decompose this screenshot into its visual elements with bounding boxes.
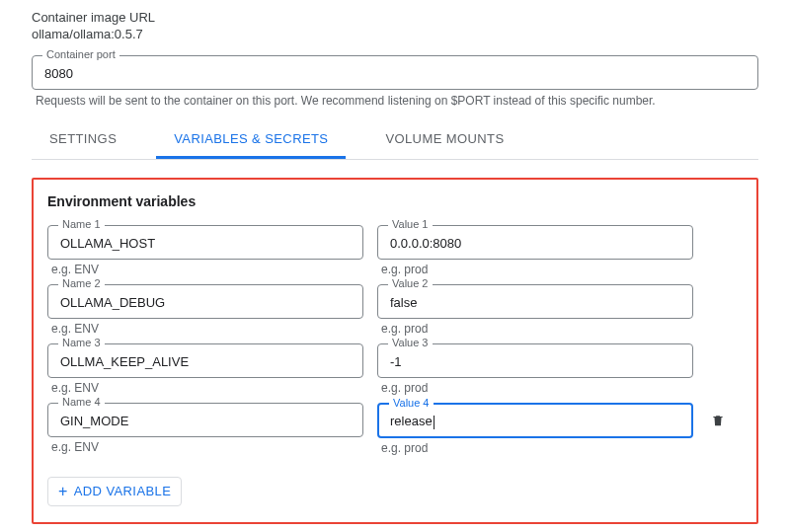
tab-settings[interactable]: SETTINGS [32,121,134,159]
plus-icon: + [58,484,68,499]
env-value-hint: e.g. prod [381,441,693,455]
environment-variables-section: Environment variables Name 1 OLLAMA_HOST… [32,178,758,524]
env-var-row: Name 4 GIN_MODE e.g. ENV Value 4 release… [47,403,743,461]
container-port-helper: Requests will be sent to the container o… [36,94,758,108]
env-value-label: Value 4 [389,397,434,409]
tab-volume-mounts[interactable]: VOLUME MOUNTS [367,121,521,159]
env-name-hint: e.g. ENV [51,440,363,454]
env-value-field-2[interactable]: Value 2 false [377,284,693,319]
trash-icon[interactable] [711,413,725,431]
env-name-value[interactable]: OLLAMA_HOST [60,236,351,251]
text-cursor [434,416,434,429]
env-value-value[interactable]: -1 [390,354,680,369]
env-value-field-3[interactable]: Value 3 -1 [377,343,693,378]
env-name-hint: e.g. ENV [51,263,363,276]
container-port-field[interactable]: Container port 8080 [32,55,758,90]
env-value-hint: e.g. prod [381,263,693,276]
env-name-hint: e.g. ENV [51,381,363,395]
environment-variables-title: Environment variables [47,193,743,209]
env-name-value[interactable]: OLLMA_KEEP_ALIVE [60,354,351,369]
env-name-label: Name 3 [58,337,105,348]
env-name-field-1[interactable]: Name 1 OLLAMA_HOST [47,225,363,260]
env-value-field-4[interactable]: Value 4 release [377,403,693,438]
env-value-hint: e.g. prod [381,322,693,336]
container-image-url-label: Container image URL [32,10,758,25]
add-variable-label: ADD VARIABLE [74,484,171,498]
env-value-label: Value 2 [388,277,433,289]
env-name-field-2[interactable]: Name 2 OLLAMA_DEBUG [47,284,363,319]
env-var-row: Name 3 OLLMA_KEEP_ALIVE e.g. ENV Value 3… [47,343,743,401]
container-port-label: Container port [42,48,119,60]
env-value-value[interactable]: 0.0.0.0:8080 [390,236,680,251]
env-value-field-1[interactable]: Value 1 0.0.0.0:8080 [377,225,693,260]
env-value-label: Value 3 [388,337,433,348]
env-value-label: Value 1 [388,218,433,230]
env-value-value[interactable]: false [390,295,680,310]
tab-variables-secrets[interactable]: VARIABLES & SECRETS [156,121,346,159]
env-name-hint: e.g. ENV [51,322,363,336]
env-var-row: Name 2 OLLAMA_DEBUG e.g. ENV Value 2 fal… [47,284,743,342]
env-name-label: Name 2 [58,277,105,289]
container-image-url-value: ollama/ollama:0.5.7 [32,27,758,41]
config-tabs: SETTINGS VARIABLES & SECRETS VOLUME MOUN… [32,121,758,160]
env-name-value[interactable]: GIN_MODE [60,414,351,428]
env-name-label: Name 4 [58,396,105,408]
add-variable-button[interactable]: + ADD VARIABLE [47,477,182,506]
env-value-value[interactable]: release [390,414,680,429]
env-name-value[interactable]: OLLAMA_DEBUG [60,295,351,310]
env-var-row: Name 1 OLLAMA_HOST e.g. ENV Value 1 0.0.… [47,225,743,282]
env-name-label: Name 1 [58,218,105,230]
env-name-field-3[interactable]: Name 3 OLLMA_KEEP_ALIVE [47,343,363,378]
container-port-value[interactable]: 8080 [44,66,746,81]
env-name-field-4[interactable]: Name 4 GIN_MODE [47,403,363,437]
env-value-hint: e.g. prod [381,381,693,395]
